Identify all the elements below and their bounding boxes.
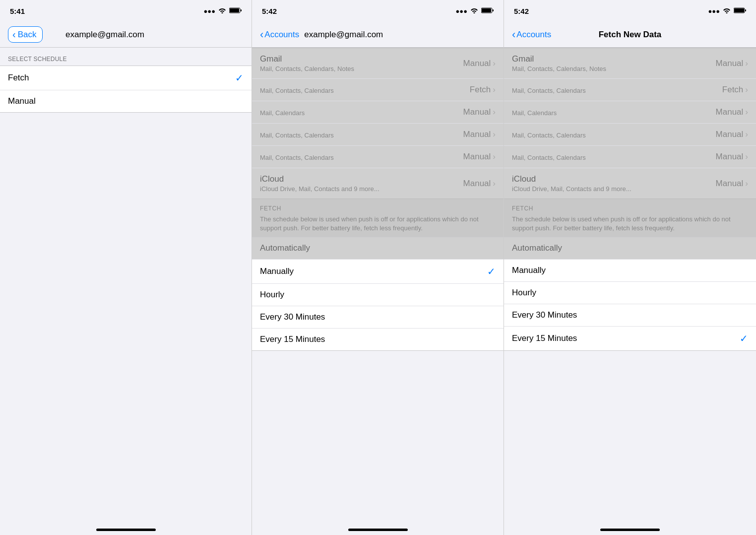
account3-right: Manual ›: [463, 107, 496, 117]
account3-left: Mail, Calendars: [260, 108, 463, 117]
accounts-back-2[interactable]: ‹ Accounts: [260, 28, 299, 41]
wifi-icon-3: [723, 7, 731, 15]
gmail-status-2: Manual: [463, 59, 491, 68]
fetch-desc-2: The schedule below is used when push is …: [260, 215, 496, 233]
gmail-row-3[interactable]: Gmail Mail, Contacts, Calendars, Notes M…: [504, 48, 756, 79]
automatically-label-2: Automatically: [260, 243, 310, 253]
gmail-title-2: Gmail: [260, 54, 463, 64]
manually-check-2: ✓: [487, 266, 496, 277]
panel1-content: SELECT SCHEDULE Fetch ✓ Manual: [0, 48, 252, 518]
p3-account5-row[interactable]: Mail, Contacts, Calendars Manual ›: [504, 146, 756, 168]
time-2: 5:42: [262, 7, 277, 15]
gmail-left-3: Gmail Mail, Contacts, Calendars, Notes: [512, 54, 716, 72]
back-arrow-icon-2: ‹: [260, 28, 263, 41]
account3-chevron: ›: [493, 107, 496, 117]
battery-icon-2: [481, 7, 494, 15]
account3-row[interactable]: Mail, Calendars Manual ›: [252, 101, 504, 124]
home-bar-1: [96, 529, 156, 531]
back-button-1[interactable]: ‹ Back: [8, 26, 43, 43]
p3-account2-row[interactable]: Mail, Contacts, Calendars Fetch ›: [504, 79, 756, 101]
p3-account3-row[interactable]: Mail, Calendars Manual ›: [504, 101, 756, 124]
gmail-chevron-2: ›: [493, 59, 496, 68]
accounts-section-3: Gmail Mail, Contacts, Calendars, Notes M…: [504, 48, 756, 199]
account5-left: Mail, Contacts, Calendars: [260, 153, 463, 161]
svg-rect-8: [745, 9, 746, 11]
account3-status: Manual: [463, 107, 491, 117]
fetch-header-2: FETCH: [260, 205, 496, 212]
status-icons-1: ●●●: [203, 7, 242, 15]
back-label-1: Back: [18, 30, 37, 40]
account4-subtitle: Mail, Contacts, Calendars: [260, 132, 463, 139]
panel-2: 5:42 ●●● ‹ Accounts example@gmail.com Gm…: [252, 0, 504, 535]
home-indicator-3: [504, 351, 756, 535]
gmail-left-2: Gmail Mail, Contacts, Calendars, Notes: [260, 54, 463, 72]
hourly-item-2[interactable]: Hourly: [252, 284, 504, 306]
account2-left: Mail, Contacts, Calendars: [260, 86, 470, 94]
icloud-left-2: iCloud iCloud Drive, Mail, Contacts and …: [260, 174, 463, 193]
p3-account2-status: Fetch: [722, 85, 744, 95]
fetch-item[interactable]: Fetch ✓: [0, 66, 252, 90]
account3-subtitle: Mail, Calendars: [260, 109, 463, 117]
svg-rect-4: [482, 8, 491, 12]
p3-account5-right: Manual ›: [716, 152, 748, 162]
p3-account4-subtitle: Mail, Contacts, Calendars: [512, 132, 716, 139]
icloud-row-2[interactable]: iCloud iCloud Drive, Mail, Contacts and …: [252, 168, 504, 199]
icloud-right-2: Manual ›: [463, 179, 496, 189]
manual-item[interactable]: Manual: [0, 90, 252, 112]
every15-label-3: Every 15 Minutes: [512, 334, 577, 343]
nav-account-title-2: example@gmail.com: [304, 30, 383, 40]
icloud-status-2: Manual: [463, 179, 491, 189]
battery-icon-3: [734, 7, 746, 15]
p3-account4-chevron: ›: [745, 130, 748, 139]
every30-label-2: Every 30 Minutes: [260, 312, 325, 322]
account5-row[interactable]: Mail, Contacts, Calendars Manual ›: [252, 146, 504, 168]
account2-row[interactable]: Mail, Contacts, Calendars Fetch ›: [252, 79, 504, 101]
time-3: 5:42: [514, 7, 529, 15]
every15-check-3: ✓: [740, 333, 748, 344]
status-icons-2: ●●●: [455, 7, 494, 15]
gmail-chevron-3: ›: [745, 59, 748, 68]
p3-icloud-row[interactable]: iCloud iCloud Drive, Mail, Contacts and …: [504, 168, 756, 199]
account2-chevron: ›: [493, 85, 496, 95]
home-bar-3: [600, 529, 660, 531]
svg-rect-7: [734, 8, 744, 12]
section-header-1: SELECT SCHEDULE: [0, 48, 252, 66]
manually-label-3: Manually: [512, 266, 546, 275]
gmail-subtitle-3: Mail, Contacts, Calendars, Notes: [512, 65, 716, 72]
fetch-label: Fetch: [8, 73, 29, 83]
p3-account2-subtitle: Mail, Contacts, Calendars: [512, 87, 722, 94]
svg-rect-5: [493, 9, 494, 11]
manually-item-3[interactable]: Manually: [504, 260, 756, 282]
every15-item-3[interactable]: Every 15 Minutes ✓: [504, 327, 756, 350]
fetch-info-3: FETCH The schedule below is used when pu…: [504, 199, 756, 237]
nav-bar-2: ‹ Accounts example@gmail.com: [252, 22, 504, 48]
account2-right: Fetch ›: [470, 85, 496, 95]
p3-account4-row[interactable]: Mail, Contacts, Calendars Manual ›: [504, 124, 756, 146]
every30-item-2[interactable]: Every 30 Minutes: [252, 306, 504, 329]
gmail-status-3: Manual: [716, 59, 744, 68]
fetch-info-2: FETCH The schedule below is used when pu…: [252, 199, 504, 237]
icloud-chevron-2: ›: [493, 179, 496, 189]
p3-icloud-status: Manual: [716, 179, 744, 189]
account4-status: Manual: [463, 130, 491, 139]
gmail-row-2[interactable]: Gmail Mail, Contacts, Calendars, Notes M…: [252, 48, 504, 79]
account4-row[interactable]: Mail, Contacts, Calendars Manual ›: [252, 124, 504, 146]
home-indicator-2: [252, 351, 504, 535]
automatically-label-3: Automatically: [512, 243, 562, 253]
manually-item-2[interactable]: Manually ✓: [252, 260, 504, 284]
every30-label-3: Every 30 Minutes: [512, 310, 577, 320]
signal-icon: ●●●: [203, 7, 215, 15]
account5-chevron: ›: [493, 152, 496, 162]
p3-account4-status: Manual: [716, 130, 744, 139]
icloud-subtitle-2: iCloud Drive, Mail, Contacts and 9 more.…: [260, 185, 463, 193]
fetch-desc-3: The schedule below is used when push is …: [512, 215, 748, 233]
automatically-item-2[interactable]: Automatically: [252, 237, 504, 260]
every15-item-2[interactable]: Every 15 Minutes: [252, 329, 504, 350]
panel-3: 5:42 ●●● ‹ Accounts Fetch New Data Gmail…: [504, 0, 756, 535]
accounts-back-3[interactable]: ‹ Accounts: [512, 28, 551, 41]
automatically-item-3[interactable]: Automatically: [504, 237, 756, 260]
every30-item-3[interactable]: Every 30 Minutes: [504, 304, 756, 327]
manually-label-2: Manually: [260, 267, 294, 276]
hourly-item-3[interactable]: Hourly: [504, 282, 756, 304]
p3-account4-left: Mail, Contacts, Calendars: [512, 131, 716, 139]
